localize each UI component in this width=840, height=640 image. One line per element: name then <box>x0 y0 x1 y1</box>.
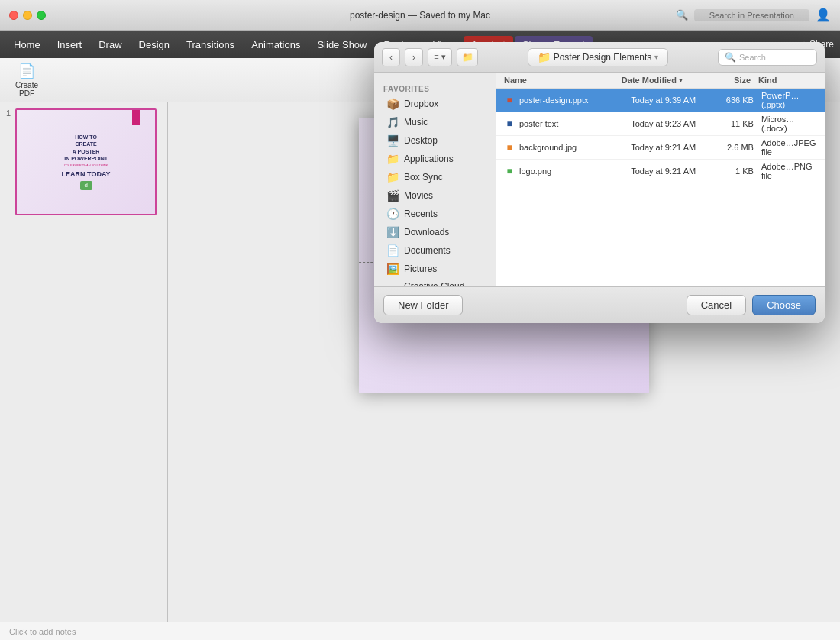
file-name-docx: poster text <box>519 119 631 128</box>
file-kind-docx: Micros…(.docx) <box>761 115 817 133</box>
notes-placeholder: Click to add notes <box>9 627 76 636</box>
title-bar: poster-design — Saved to my Mac 🔍 Search… <box>0 0 840 31</box>
view-options-button[interactable]: ≡ ▾ <box>428 48 452 66</box>
thumb-logo: d <box>80 181 92 190</box>
menu-slideshow[interactable]: Slide Show <box>309 36 374 53</box>
movies-icon: 🎬 <box>386 189 399 202</box>
docx-icon: ■ <box>504 118 515 130</box>
file-size-jpg: 2.6 MB <box>715 143 754 152</box>
file-row-png[interactable]: ■ logo.png Today at 9:21 AM 1 KB Adobe…P… <box>496 160 825 183</box>
new-folder-button[interactable]: New Folder <box>383 295 463 315</box>
dialog-sidebar: Favorites 📦 Dropbox 🎵 Music 🖥️ Desktop 📁… <box>374 73 496 286</box>
boxsync-icon: 📁 <box>386 171 399 183</box>
title-search[interactable]: Search in Presentation <box>694 9 809 21</box>
pdf-icon: 📄 <box>18 63 35 79</box>
file-list-header: Name Date Modified ▾ Size Kind <box>496 73 825 89</box>
current-folder-label[interactable]: 📁 Poster Design Elements ▾ <box>528 48 669 66</box>
favorites-label: Favorites <box>374 80 496 95</box>
dialog-body: Favorites 📦 Dropbox 🎵 Music 🖥️ Desktop 📁… <box>374 73 825 286</box>
file-name-jpg: background.jpg <box>519 143 631 152</box>
footer-buttons: Cancel Choose <box>687 295 816 315</box>
downloads-icon: ⬇️ <box>386 226 399 238</box>
sidebar-creative-cloud[interactable]: ☁️ Creative Cloud Files <box>377 278 493 286</box>
file-name-pptx: poster-design.pptx <box>519 95 631 105</box>
menu-insert[interactable]: Insert <box>50 36 90 53</box>
traffic-lights <box>9 11 46 20</box>
folder-icon: 📁 <box>538 51 551 63</box>
menu-design[interactable]: Design <box>131 36 177 53</box>
file-kind-jpg: Adobe…JPEG file <box>761 138 817 157</box>
file-row-pptx[interactable]: ■ poster-design.pptx Today at 9:39 AM 63… <box>496 89 825 112</box>
music-icon: 🎵 <box>386 116 399 128</box>
slide-thumbnail[interactable]: HOW TOCREATEA POSTERIN POWERPOINT IT'S E… <box>15 108 157 215</box>
window-title: poster-design — Saved to my Mac <box>350 10 490 21</box>
cancel-button[interactable]: Cancel <box>687 295 746 315</box>
sidebar-movies[interactable]: 🎬 Movies <box>377 186 493 205</box>
file-size-png: 1 KB <box>715 166 754 176</box>
col-kind-header[interactable]: Kind <box>758 76 817 85</box>
close-button[interactable] <box>9 11 18 20</box>
png-icon: ■ <box>504 165 515 177</box>
col-size-header[interactable]: Size <box>709 76 751 85</box>
minimize-button[interactable] <box>23 11 32 20</box>
search-icon: 🔍 <box>725 52 736 63</box>
menu-animations[interactable]: Animations <box>244 36 308 53</box>
dialog-search[interactable]: 🔍 Search <box>718 49 817 66</box>
thumb-subtitle: IT'S EASIER THAN YOU THINK <box>64 163 108 167</box>
menu-transitions[interactable]: Transitions <box>179 36 242 53</box>
creative-cloud-icon: ☁️ <box>386 286 399 286</box>
file-kind-png: Adobe…PNG file <box>761 162 817 180</box>
maximize-button[interactable] <box>37 11 46 20</box>
file-row-jpg[interactable]: ■ background.jpg Today at 9:21 AM 2.6 MB… <box>496 136 825 160</box>
notes-bar[interactable]: Click to add notes <box>0 622 840 640</box>
file-date-jpg: Today at 9:21 AM <box>631 143 715 152</box>
sidebar-desktop[interactable]: 🖥️ Desktop <box>377 131 493 150</box>
documents-icon: 📄 <box>386 244 399 257</box>
new-folder-dialog-button[interactable]: 📁 <box>457 48 478 66</box>
file-date-docx: Today at 9:23 AM <box>631 119 715 128</box>
desktop-icon: 🖥️ <box>386 134 399 147</box>
sidebar-downloads[interactable]: ⬇️ Downloads <box>377 223 493 241</box>
menu-draw[interactable]: Draw <box>91 36 129 53</box>
title-right: 🔍 Search in Presentation 👤 <box>676 8 831 22</box>
pptx-icon: ■ <box>504 94 515 106</box>
file-row-docx[interactable]: ■ poster text Today at 9:23 AM 11 KB Mic… <box>496 112 825 136</box>
sidebar-dropbox[interactable]: 📦 Dropbox <box>377 95 493 113</box>
folder-dropdown-arrow: ▾ <box>654 53 658 61</box>
dialog-toolbar: ‹ › ≡ ▾ 📁 📁 Poster Design Elements ▾ 🔍 S… <box>374 42 825 73</box>
slide-number: 1 <box>6 108 11 215</box>
sidebar-boxsync[interactable]: 📁 Box Sync <box>377 168 493 186</box>
file-dialog: ‹ › ≡ ▾ 📁 📁 Poster Design Elements ▾ 🔍 S… <box>374 42 825 323</box>
file-size-pptx: 636 KB <box>715 95 754 105</box>
sidebar-applications[interactable]: 📁 Applications <box>377 150 493 168</box>
sidebar-music[interactable]: 🎵 Music <box>377 113 493 131</box>
dialog-location: 📁 Poster Design Elements ▾ <box>483 48 713 66</box>
file-date-pptx: Today at 9:39 AM <box>631 95 715 105</box>
menu-home[interactable]: Home <box>6 36 48 53</box>
choose-button[interactable]: Choose <box>752 295 816 315</box>
dropbox-icon: 📦 <box>386 98 399 110</box>
jpg-icon: ■ <box>504 141 515 154</box>
forward-button[interactable]: › <box>405 48 423 66</box>
create-pdf-button[interactable]: 📄 Create PDF <box>9 60 44 101</box>
pictures-icon: 🖼️ <box>386 263 399 275</box>
slide-panel: 1 HOW TOCREATEA POSTERIN POWERPOINT IT'S… <box>0 102 168 622</box>
sidebar-recents[interactable]: 🕐 Recents <box>377 205 493 223</box>
design-tag-decoration <box>132 110 140 125</box>
slide-thumb-inner: HOW TOCREATEA POSTERIN POWERPOINT IT'S E… <box>17 110 155 214</box>
col-name-header[interactable]: Name <box>504 76 622 85</box>
back-button[interactable]: ‹ <box>382 48 400 66</box>
sidebar-pictures[interactable]: 🖼️ Pictures <box>377 260 493 278</box>
applications-icon: 📁 <box>386 153 399 165</box>
dialog-files: Name Date Modified ▾ Size Kind ■ poster-… <box>496 73 825 286</box>
sidebar-documents[interactable]: 📄 Documents <box>377 241 493 260</box>
file-name-png: logo.png <box>519 166 631 176</box>
file-size-docx: 11 KB <box>715 119 754 128</box>
thumb-title: HOW TOCREATEA POSTERIN POWERPOINT <box>64 134 108 161</box>
file-kind-pptx: PowerP…(.pptx) <box>761 91 817 109</box>
col-date-header[interactable]: Date Modified ▾ <box>622 76 709 85</box>
thumb-cta: LEARN TODAY <box>62 170 111 178</box>
recents-icon: 🕐 <box>386 208 399 220</box>
slide-thumb-container: 1 HOW TOCREATEA POSTERIN POWERPOINT IT'S… <box>6 108 161 215</box>
dialog-footer: New Folder Cancel Choose <box>374 286 825 323</box>
